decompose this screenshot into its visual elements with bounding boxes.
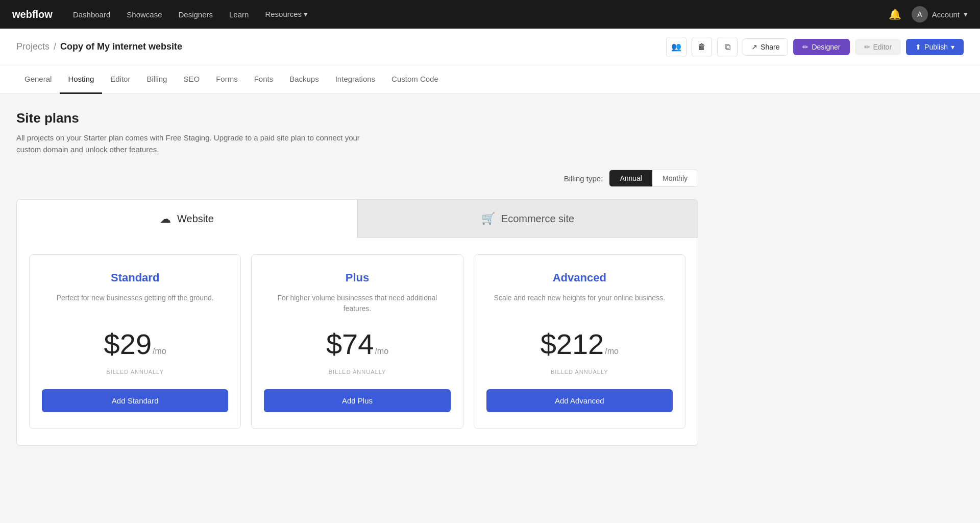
site-type-tab-website[interactable]: ☁Website (16, 199, 357, 238)
plan-name: Standard (111, 271, 159, 284)
designer-icon: ✏ (802, 43, 808, 51)
site-type-tab-ecommerce-site[interactable]: 🛒Ecommerce site (357, 199, 698, 238)
account-label: Account (932, 10, 960, 19)
header-actions: 👥 🗑 ⧉ ↗ Share ✏ Designer ✏ Editor ⬆ Publ… (666, 37, 964, 57)
billing-type-row: Billing type: AnnualMonthly (16, 170, 698, 187)
share-label: Share (761, 43, 779, 51)
breadcrumb: Projects / Copy of My internet website (16, 41, 182, 52)
site-plans-desc: All projects on your Starter plan comes … (16, 132, 374, 155)
plan-billed: BILLED ANNUALLY (329, 369, 386, 375)
logo[interactable]: webflow (12, 9, 53, 20)
plan-add-btn[interactable]: Add Standard (42, 389, 228, 412)
site-type-tabs: ☁Website🛒Ecommerce site (16, 199, 698, 238)
account-arrow: ▾ (964, 10, 968, 19)
nav-designers[interactable]: Designers (179, 10, 213, 19)
plan-price-mo: /mo (375, 347, 388, 356)
account-menu[interactable]: A Account ▾ (912, 6, 968, 22)
tab-billing[interactable]: Billing (138, 65, 175, 94)
site-type-icon: ☁ (160, 212, 171, 226)
editor-label: Editor (873, 43, 892, 51)
tab-fonts[interactable]: Fonts (246, 65, 282, 94)
plan-card-plus: Plus For higher volume businesses that n… (251, 254, 463, 429)
plan-price-amount: $212 (541, 327, 604, 361)
plan-price: $212 /mo (541, 327, 619, 361)
top-nav: webflow Dashboard Showcase Designers Lea… (0, 0, 980, 29)
nav-dashboard[interactable]: Dashboard (73, 10, 110, 19)
plan-price-mo: /mo (153, 347, 166, 356)
main-content: Site plans All projects on your Starter … (0, 94, 715, 462)
plan-desc: Perfect for new businesses getting off t… (57, 293, 214, 315)
billing-label: Billing type: (564, 174, 603, 183)
billing-toggle: AnnualMonthly (609, 170, 698, 187)
plan-add-btn[interactable]: Add Advanced (486, 389, 673, 412)
plan-price-mo: /mo (605, 347, 619, 356)
plan-price: $74 /mo (326, 327, 388, 361)
site-type-label: Ecommerce site (501, 213, 574, 225)
tab-hosting[interactable]: Hosting (60, 65, 102, 94)
editor-icon: ✏ (864, 43, 870, 51)
publish-arrow: ▾ (951, 43, 954, 51)
trash-icon-btn[interactable]: 🗑 (692, 37, 712, 57)
publish-label: Publish (924, 43, 948, 51)
breadcrumb-projects[interactable]: Projects (16, 41, 50, 52)
team-icon-btn[interactable]: 👥 (666, 37, 687, 57)
tab-custom-code[interactable]: Custom Code (383, 65, 447, 94)
plan-desc: Scale and reach new heights for your onl… (494, 293, 665, 315)
plan-billed: BILLED ANNUALLY (106, 369, 164, 375)
nav-right: 🔔 A Account ▾ (889, 6, 968, 22)
avatar: A (912, 6, 928, 22)
plan-name: Plus (346, 271, 369, 284)
header-bar: Projects / Copy of My internet website 👥… (0, 29, 980, 65)
tab-editor[interactable]: Editor (102, 65, 138, 94)
billing-option-annual[interactable]: Annual (609, 170, 652, 186)
breadcrumb-current: Copy of My internet website (60, 41, 182, 52)
tab-integrations[interactable]: Integrations (327, 65, 383, 94)
nav-resources[interactable]: Resources ▾ (265, 10, 308, 19)
billing-option-monthly[interactable]: Monthly (652, 170, 698, 186)
breadcrumb-sep: / (54, 41, 56, 52)
site-type-label: Website (177, 213, 214, 225)
editor-button[interactable]: ✏ Editor (855, 39, 901, 55)
plan-price-amount: $74 (326, 327, 374, 361)
designer-label: Designer (812, 43, 840, 51)
tab-seo[interactable]: SEO (175, 65, 208, 94)
plan-price: $29 /mo (104, 327, 166, 361)
plan-card-standard: Standard Perfect for new businesses gett… (29, 254, 241, 429)
share-icon: ↗ (751, 43, 757, 51)
plan-billed: BILLED ANNUALLY (551, 369, 608, 375)
site-type-icon: 🛒 (481, 212, 495, 225)
plan-add-btn[interactable]: Add Plus (264, 389, 450, 412)
plans-container: Standard Perfect for new businesses gett… (16, 238, 698, 446)
nav-showcase[interactable]: Showcase (127, 10, 162, 19)
share-button[interactable]: ↗ Share (743, 38, 788, 56)
bell-icon[interactable]: 🔔 (889, 8, 901, 20)
plan-name: Advanced (553, 271, 606, 284)
plan-price-amount: $29 (104, 327, 152, 361)
tab-general[interactable]: General (16, 65, 60, 94)
plan-card-advanced: Advanced Scale and reach new heights for… (474, 254, 685, 429)
tab-backups[interactable]: Backups (281, 65, 327, 94)
tabs-bar: GeneralHostingEditorBillingSEOFormsFonts… (0, 65, 980, 94)
tab-forms[interactable]: Forms (208, 65, 246, 94)
nav-learn[interactable]: Learn (229, 10, 249, 19)
copy-icon-btn[interactable]: ⧉ (717, 37, 738, 57)
plan-desc: For higher volume businesses that need a… (264, 293, 450, 315)
publish-icon: ⬆ (915, 43, 921, 51)
publish-button[interactable]: ⬆ Publish ▾ (906, 39, 964, 55)
designer-button[interactable]: ✏ Designer (793, 39, 849, 55)
site-plans-title: Site plans (16, 110, 698, 126)
